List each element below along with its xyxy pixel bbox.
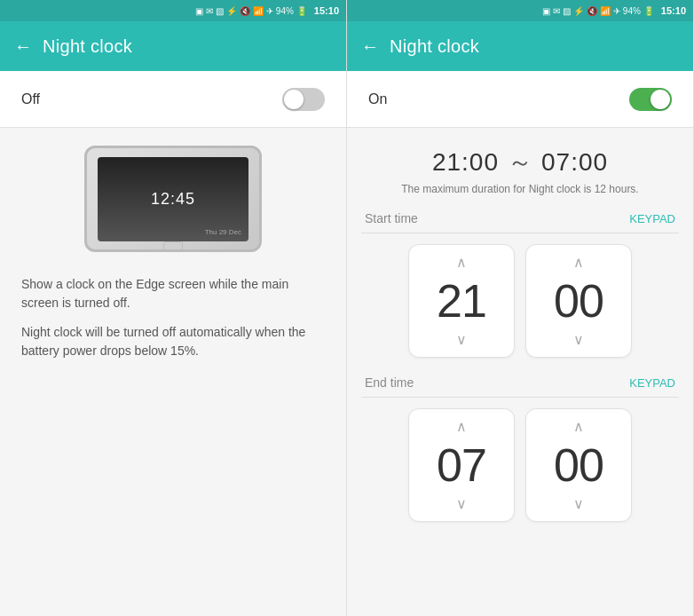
left-status-time: 15:10 bbox=[314, 5, 339, 16]
message-icon: ✉ bbox=[206, 6, 213, 16]
start-minutes-down[interactable]: ∨ bbox=[573, 328, 584, 351]
phone-image-area: 12:45 Thu 29 Dec bbox=[0, 128, 346, 261]
signal-icon: ⚡ bbox=[226, 6, 237, 16]
right-header-title: Night clock bbox=[390, 36, 479, 57]
start-hours-value: 21 bbox=[437, 274, 486, 328]
description-area: Show a clock on the Edge screen while th… bbox=[0, 261, 346, 616]
start-minutes-value: 00 bbox=[554, 274, 603, 328]
right-header: ← Night clock bbox=[347, 21, 693, 71]
mute-icon: 🔇 bbox=[240, 6, 250, 16]
battery-icon: 🔋 bbox=[296, 6, 307, 16]
start-hours-spinner: ∧ 21 ∨ bbox=[408, 244, 515, 358]
end-hours-spinner: ∧ 07 ∨ bbox=[408, 408, 515, 522]
end-minutes-down[interactable]: ∨ bbox=[573, 492, 584, 516]
end-spinners: ∧ 07 ∨ ∧ 00 ∨ bbox=[361, 405, 679, 525]
airplane-icon: ✈ bbox=[266, 6, 273, 16]
left-status-bar: ▣ ✉ ▨ ⚡ 🔇 📶 ✈ 94% 🔋 15:10 bbox=[0, 0, 346, 21]
right-toggle-row: On bbox=[347, 71, 693, 128]
time-range-end: 07:00 bbox=[541, 148, 608, 177]
phone-home-button bbox=[163, 241, 183, 250]
right-status-bar: ▣ ✉ ▨ ⚡ 🔇 📶 ✈ 94% 🔋 15:10 bbox=[347, 0, 693, 21]
phone-screen-time: 12:45 bbox=[151, 190, 195, 209]
start-time-section: Start time KEYPAD ∧ 21 ∨ ∧ 00 ∨ bbox=[361, 204, 679, 361]
left-toggle-label: Off bbox=[21, 91, 40, 107]
left-header-title: Night clock bbox=[43, 36, 132, 57]
sim-icon: ▣ bbox=[195, 6, 203, 16]
end-minutes-value: 00 bbox=[554, 438, 603, 492]
airplane-icon-r: ✈ bbox=[613, 6, 620, 16]
battery-icon-r: 🔋 bbox=[643, 6, 654, 16]
start-minutes-spinner: ∧ 00 ∨ bbox=[525, 244, 632, 358]
right-back-button[interactable]: ← bbox=[361, 36, 379, 57]
end-minutes-spinner: ∧ 00 ∨ bbox=[525, 408, 632, 522]
mute-icon-r: 🔇 bbox=[587, 6, 597, 16]
end-time-section: End time KEYPAD ∧ 07 ∨ ∧ 00 ∨ bbox=[361, 368, 679, 525]
wifi-icon-r: 📶 bbox=[600, 6, 611, 16]
right-content: 21:00 ～ 07:00 The maximum duration for N… bbox=[347, 128, 693, 616]
left-back-button[interactable]: ← bbox=[14, 36, 32, 57]
left-toggle-row: Off bbox=[0, 71, 346, 128]
left-panel: ▣ ✉ ▨ ⚡ 🔇 📶 ✈ 94% 🔋 15:10 ← Night clock … bbox=[0, 0, 347, 616]
end-keypad-button[interactable]: KEYPAD bbox=[629, 376, 675, 390]
start-keypad-button[interactable]: KEYPAD bbox=[629, 212, 675, 225]
description-text-2: Night clock will be turned off automatic… bbox=[21, 323, 325, 360]
time-range-display: 21:00 ～ 07:00 bbox=[347, 128, 693, 183]
end-time-header: End time KEYPAD bbox=[361, 368, 679, 398]
signal-icon-r: ⚡ bbox=[573, 6, 584, 16]
left-status-icons: ▣ ✉ ▨ ⚡ 🔇 📶 ✈ 94% 🔋 bbox=[195, 6, 307, 16]
start-hours-up[interactable]: ∧ bbox=[456, 250, 467, 274]
right-toggle-switch[interactable] bbox=[629, 88, 672, 111]
battery-indicator-r: 94% bbox=[623, 6, 641, 16]
phone-screen: 12:45 Thu 29 Dec bbox=[98, 157, 248, 241]
description-text-1: Show a clock on the Edge screen while th… bbox=[21, 275, 325, 312]
right-panel: ▣ ✉ ▨ ⚡ 🔇 📶 ✈ 94% 🔋 15:10 ← Night clock … bbox=[347, 0, 694, 616]
left-header: ← Night clock bbox=[0, 21, 346, 71]
battery-indicator: 94% bbox=[276, 6, 294, 16]
right-status-icons: ▣ ✉ ▨ ⚡ 🔇 📶 ✈ 94% 🔋 bbox=[542, 6, 654, 16]
start-spinners: ∧ 21 ∨ ∧ 00 ∨ bbox=[361, 241, 679, 361]
photo-icon-r: ▨ bbox=[563, 6, 571, 16]
right-toggle-label: On bbox=[368, 91, 387, 107]
time-range-separator: ～ bbox=[508, 146, 532, 179]
end-minutes-up[interactable]: ∧ bbox=[573, 415, 584, 438]
wifi-icon: 📶 bbox=[253, 6, 264, 16]
sim-icon-r: ▣ bbox=[542, 6, 550, 16]
start-minutes-up[interactable]: ∧ bbox=[573, 250, 584, 274]
phone-screen-date: Thu 29 Dec bbox=[205, 228, 241, 236]
end-hours-down[interactable]: ∨ bbox=[456, 492, 467, 516]
phone-mockup: 12:45 Thu 29 Dec bbox=[84, 146, 262, 252]
start-time-header: Start time KEYPAD bbox=[361, 204, 679, 233]
start-hours-down[interactable]: ∨ bbox=[456, 328, 467, 351]
right-status-time: 15:10 bbox=[661, 5, 686, 16]
time-range-subtitle: The maximum duration for Night clock is … bbox=[347, 183, 693, 204]
left-toggle-switch[interactable] bbox=[282, 88, 325, 111]
message-icon-r: ✉ bbox=[553, 6, 560, 16]
end-hours-up[interactable]: ∧ bbox=[456, 415, 467, 438]
end-hours-value: 07 bbox=[437, 438, 486, 492]
start-time-label: Start time bbox=[365, 211, 418, 225]
photo-icon: ▨ bbox=[216, 6, 224, 16]
time-range-start: 21:00 bbox=[432, 148, 499, 177]
end-time-label: End time bbox=[365, 375, 414, 390]
